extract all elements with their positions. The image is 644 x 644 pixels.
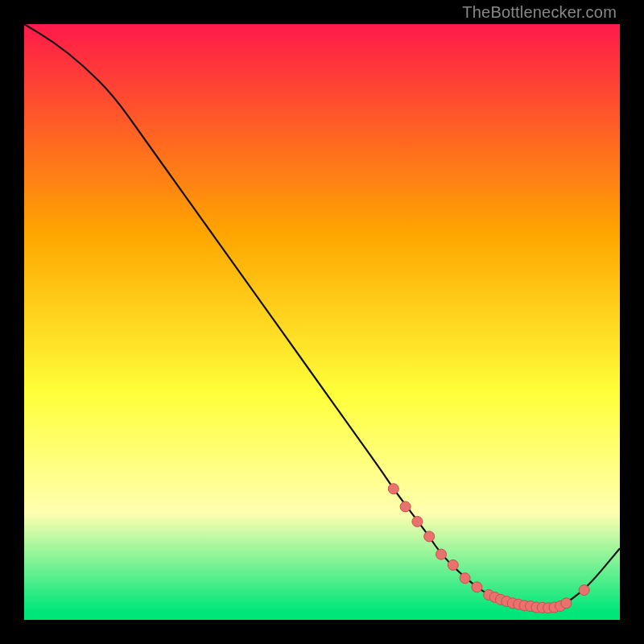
curve-marker-dot <box>412 516 423 526</box>
bottleneck-chart <box>24 24 620 620</box>
curve-marker-dot <box>424 531 435 542</box>
curve-marker-dot <box>400 502 411 512</box>
watermark-text: TheBottlenecker.com <box>462 3 617 22</box>
chart-frame <box>24 24 620 620</box>
curve-marker-dot <box>561 598 572 609</box>
curve-marker-dot <box>460 573 470 584</box>
curve-marker-dot <box>472 582 482 592</box>
curve-marker-dot <box>436 549 447 559</box>
gradient-backdrop <box>24 24 620 620</box>
curve-marker-dot <box>448 559 458 570</box>
curve-marker-dot <box>579 585 589 596</box>
curve-marker-dot <box>388 484 398 494</box>
